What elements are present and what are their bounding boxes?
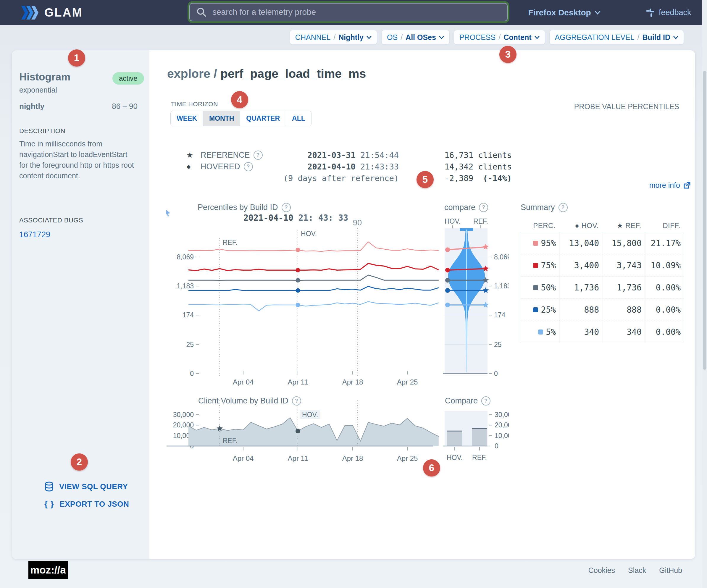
scrollbar-track bbox=[702, 0, 707, 588]
footer-link-cookies[interactable]: Cookies bbox=[588, 566, 615, 575]
chevron-down-icon bbox=[673, 36, 678, 39]
probe-search[interactable] bbox=[189, 3, 508, 21]
svg-text:25: 25 bbox=[494, 341, 502, 348]
svg-text:30,000: 30,000 bbox=[173, 411, 194, 418]
help-icon[interactable]: ? bbox=[479, 203, 488, 212]
filter-process[interactable]: PROCESS / Content bbox=[454, 30, 545, 45]
product-selector[interactable]: Firefox Desktop bbox=[528, 0, 601, 25]
filter-os[interactable]: OS / All OSes bbox=[381, 30, 450, 45]
more-info-link[interactable]: more info bbox=[649, 181, 691, 189]
svg-text:0: 0 bbox=[495, 442, 499, 450]
client-volume-chart[interactable]: 30,00020,00010,0000HOV.REF.Apr 04Apr 11A… bbox=[164, 396, 445, 464]
help-icon[interactable]: ? bbox=[254, 150, 263, 160]
description-text: Time in milliseconds from navigationStar… bbox=[19, 138, 135, 181]
feedback-label: feedback bbox=[659, 8, 691, 17]
filter-channel[interactable]: CHANNEL / Nightly bbox=[290, 30, 377, 45]
annotation-2: 2 bbox=[71, 453, 88, 471]
time-horizon-all[interactable]: ALL bbox=[286, 111, 311, 126]
svg-text:90: 90 bbox=[353, 218, 362, 227]
svg-text:Apr 04: Apr 04 bbox=[233, 454, 254, 462]
reference-clients: 16,731 clients bbox=[399, 150, 512, 160]
svg-text:10,000: 10,000 bbox=[495, 432, 509, 440]
feedback-link[interactable]: feedback bbox=[646, 0, 691, 25]
help-icon[interactable]: ? bbox=[244, 162, 253, 171]
view-sql-query-button[interactable]: VIEW SQL QUERY bbox=[44, 482, 128, 492]
svg-text:25: 25 bbox=[186, 341, 194, 348]
brand-logo[interactable]: GLAM bbox=[21, 0, 83, 25]
compare-violin-chart[interactable]: 8,0691,183174250HOV.REF. bbox=[441, 216, 509, 382]
app-navbar: GLAM Firefox Desktop bbox=[0, 0, 707, 25]
svg-text:Apr 18: Apr 18 bbox=[342, 454, 363, 462]
footer-link-github[interactable]: GitHub bbox=[659, 566, 682, 575]
export-json-button[interactable]: { } EXPORT TO JSON bbox=[44, 499, 129, 509]
footer-links: Cookies Slack GitHub bbox=[588, 566, 682, 575]
filter-aggregation-level[interactable]: AGGREGATION LEVEL / Build ID bbox=[549, 30, 684, 45]
svg-text:Apr 11: Apr 11 bbox=[288, 378, 308, 386]
svg-text:HOV.: HOV. bbox=[301, 230, 317, 238]
svg-text:0: 0 bbox=[494, 370, 498, 377]
filter-value: Nightly bbox=[338, 33, 364, 42]
svg-text:8,069: 8,069 bbox=[494, 253, 509, 261]
percentile-swatch bbox=[538, 330, 543, 335]
probe-kind: exponential bbox=[19, 86, 57, 94]
bugs-title: ASSOCIATED BUGS bbox=[19, 216, 83, 224]
table-row: 95% 13,040 15,800 21.17% bbox=[520, 232, 684, 254]
bug-link[interactable]: 1671729 bbox=[19, 230, 50, 239]
svg-text:REF.: REF. bbox=[223, 239, 238, 246]
svg-text:30,000: 30,000 bbox=[495, 411, 509, 418]
svg-text:HOV.: HOV. bbox=[302, 411, 318, 418]
compare-bars-chart[interactable]: 30,00020,00010,0000HOV.REF. bbox=[441, 396, 509, 464]
search-icon bbox=[196, 7, 206, 17]
summary-body: 95% 13,040 15,800 21.17% 75% 3,400 3,743… bbox=[520, 232, 684, 343]
database-icon bbox=[44, 482, 54, 492]
channel-name: nightly bbox=[19, 102, 44, 111]
description-title: DESCRIPTION bbox=[19, 127, 65, 135]
time-horizon-week[interactable]: WEEK bbox=[171, 111, 203, 126]
hovered-dot-icon: ● bbox=[187, 162, 201, 171]
summary-table: PERC. ● HOV. ★ REF. DIFF. 95% 13,040 15,… bbox=[520, 219, 684, 343]
time-horizon-label: TIME HORIZON bbox=[171, 101, 218, 108]
version-range: 86 – 90 bbox=[112, 102, 138, 111]
product-selector-label: Firefox Desktop bbox=[528, 8, 591, 18]
scrollbar[interactable] bbox=[703, 71, 706, 370]
annotation-1: 1 bbox=[68, 49, 85, 67]
svg-text:Apr 18: Apr 18 bbox=[342, 378, 363, 386]
percentiles-by-build-id-chart[interactable]: 8,0691,183174250Apr 04Apr 11Apr 18Apr 25… bbox=[164, 201, 445, 390]
summary-title: Summary? bbox=[520, 203, 568, 212]
reference-star-icon: ★ bbox=[187, 150, 201, 160]
annotation-5: 5 bbox=[416, 171, 434, 188]
summary-header-ref: ★ REF. bbox=[602, 221, 645, 230]
filter-slash: / bbox=[638, 33, 640, 42]
slack-icon bbox=[646, 8, 655, 17]
help-icon[interactable]: ? bbox=[559, 203, 568, 212]
summary-header-diff: DIFF. bbox=[645, 221, 684, 230]
braces-icon: { } bbox=[44, 499, 54, 509]
svg-text:20,000: 20,000 bbox=[495, 421, 509, 429]
compare-violin-title: compare? bbox=[444, 203, 488, 212]
summary-header: PERC. ● HOV. ★ REF. DIFF. bbox=[520, 219, 684, 232]
external-link-icon bbox=[683, 182, 691, 189]
delta-note: (9 days after reference) bbox=[278, 174, 399, 183]
percentile-swatch bbox=[533, 285, 538, 290]
svg-text:Apr 25: Apr 25 bbox=[397, 378, 418, 386]
footer-link-slack[interactable]: Slack bbox=[628, 566, 646, 575]
breadcrumb-section: explore / bbox=[167, 67, 217, 80]
reference-datetime: 2021-03-31 21:54:44 bbox=[278, 150, 399, 160]
time-horizon-quarter[interactable]: QUARTER bbox=[240, 111, 286, 126]
chevron-down-icon bbox=[535, 36, 540, 39]
table-row: 25% 888 888 0.00% bbox=[520, 299, 684, 321]
svg-text:Apr 04: Apr 04 bbox=[233, 378, 254, 386]
filter-slash: / bbox=[401, 33, 403, 42]
table-row: 50% 1,736 1,736 0.00% bbox=[520, 277, 684, 299]
view-sql-label: VIEW SQL QUERY bbox=[59, 482, 128, 491]
filter-label: CHANNEL bbox=[295, 33, 330, 42]
mozilla-logo[interactable]: moz://a bbox=[28, 561, 68, 579]
breadcrumb: explore / perf_page_load_time_ms bbox=[167, 67, 366, 81]
glam-chevrons-icon bbox=[21, 6, 40, 20]
filter-value: All OSes bbox=[406, 33, 436, 42]
svg-text:Apr 25: Apr 25 bbox=[397, 454, 418, 462]
svg-text:Apr 11: Apr 11 bbox=[288, 454, 308, 462]
search-input[interactable] bbox=[212, 7, 501, 17]
filter-value: Content bbox=[503, 33, 531, 42]
time-horizon-month[interactable]: MONTH bbox=[203, 111, 240, 126]
